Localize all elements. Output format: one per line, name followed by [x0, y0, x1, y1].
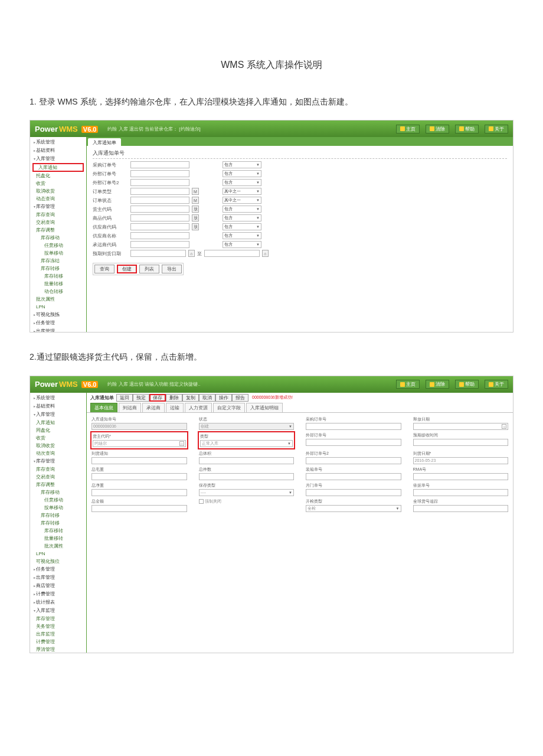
field-input[interactable] — [130, 179, 189, 186]
sidebar-item[interactable]: 库存调整 — [30, 481, 86, 488]
action-button[interactable]: 列表 — [139, 265, 159, 273]
sidebar-item[interactable]: 库存查询 — [30, 465, 86, 473]
match-select[interactable]: 其中之一▼ — [223, 197, 261, 204]
sidebar-item[interactable]: 系统管理 — [30, 138, 86, 146]
sidebar-item[interactable]: 系统管理 — [30, 394, 86, 402]
help-button[interactable]: 帮助 — [455, 380, 479, 389]
sidebar-item[interactable]: 入库监理 — [30, 607, 86, 615]
sidebar-item[interactable]: 入库管理 — [30, 410, 86, 419]
match-select[interactable]: 包含▼ — [223, 179, 261, 186]
match-select[interactable]: 包含▼ — [223, 206, 261, 213]
sidebar-item[interactable]: 关务管理 — [30, 623, 86, 630]
sidebar-item[interactable]: 收货 — [30, 180, 86, 187]
field-input[interactable] — [130, 214, 189, 221]
sidebar-item[interactable]: 库存冻结 — [30, 257, 86, 265]
sidebar-item[interactable]: 任意移动 — [30, 242, 86, 249]
text-input[interactable] — [306, 489, 401, 496]
text-input[interactable] — [91, 457, 187, 464]
text-input[interactable]: ⌂ — [413, 423, 509, 430]
calendar-icon[interactable]: ⌂ — [262, 250, 269, 257]
field-input[interactable] — [130, 232, 189, 239]
sidebar-item[interactable]: 出库管理 — [30, 573, 86, 582]
checkbox-field[interactable]: 强制关闭 — [199, 498, 295, 504]
sidebar-item[interactable]: 动态查询 — [30, 195, 86, 203]
home-button[interactable]: 主页 — [396, 380, 420, 389]
help-button[interactable]: 帮助 — [455, 125, 479, 133]
toolbar-button[interactable]: 取消 — [199, 394, 215, 402]
toolbar-button[interactable]: 操作 — [215, 394, 232, 402]
field-input[interactable] — [130, 161, 189, 168]
clear-button[interactable]: 清除 — [426, 125, 449, 133]
field-input[interactable] — [130, 241, 189, 248]
sidebar-item[interactable]: 批次属性 — [30, 295, 86, 303]
sidebar-item[interactable]: 库存管理 — [30, 615, 86, 623]
lookup-icon[interactable]: 放 — [192, 206, 199, 213]
sidebar-item[interactable]: 按单移动 — [30, 504, 86, 511]
inner-tab[interactable]: 基本信息 — [90, 403, 117, 412]
sidebar-item[interactable]: 可视化预拣 — [30, 311, 86, 319]
text-input[interactable] — [91, 473, 187, 480]
sidebar-item[interactable]: 商店管理 — [30, 582, 86, 590]
action-button[interactable]: 查询 — [94, 265, 115, 273]
inner-tab[interactable]: 自定义字段 — [213, 403, 245, 412]
home-button[interactable]: 主页 — [396, 125, 420, 133]
text-input[interactable] — [91, 489, 187, 496]
sidebar-item[interactable]: LPN — [30, 303, 86, 311]
inner-tab[interactable]: 入库通知明细 — [246, 403, 283, 412]
sidebar-item[interactable]: 库存查询 — [30, 211, 86, 219]
sidebar-item[interactable]: 计费管理 — [30, 638, 86, 646]
field-input[interactable] — [130, 223, 189, 230]
sidebar-item[interactable]: 基础资料 — [30, 402, 86, 410]
lookup-icon[interactable]: M — [192, 197, 199, 204]
text-input[interactable] — [91, 505, 187, 512]
action-button[interactable]: 导出 — [162, 265, 182, 273]
sidebar-item[interactable]: 库存转移 — [30, 519, 86, 527]
match-select[interactable]: 包含▼ — [223, 232, 261, 239]
sidebar-item[interactable]: 取消收货 — [30, 187, 86, 195]
close-button[interactable]: 关于 — [485, 125, 508, 133]
sidebar-item[interactable]: 出库监理 — [30, 630, 86, 638]
text-input[interactable] — [413, 439, 509, 446]
select-input[interactable]: 正常入库▼ — [200, 440, 293, 447]
sidebar-item[interactable]: 任意移动 — [30, 496, 86, 504]
match-select[interactable]: 包含▼ — [223, 223, 261, 230]
sidebar-item[interactable]: 库存移动 — [30, 234, 86, 242]
match-select[interactable]: 包含▼ — [223, 170, 261, 177]
sidebar-item[interactable]: 交易查询 — [30, 219, 86, 226]
sidebar-item[interactable]: 动仓转移 — [30, 288, 86, 295]
sidebar-item[interactable]: 按单移动 — [30, 249, 86, 257]
match-select[interactable]: 其中之一▼ — [223, 188, 261, 195]
text-input[interactable] — [413, 505, 509, 512]
sidebar-item[interactable]: 厚清管理 — [30, 646, 86, 653]
text-input[interactable] — [306, 473, 401, 480]
inner-tab[interactable]: 到运商 — [119, 403, 141, 412]
sidebar-item[interactable]: 任务管理 — [30, 319, 86, 327]
sidebar-item[interactable]: 批量转移 — [30, 280, 86, 288]
sidebar-item[interactable]: 批次属性 — [30, 542, 86, 550]
sidebar-item[interactable]: 交易查询 — [30, 473, 86, 481]
save-button[interactable]: 保存 — [149, 394, 166, 402]
text-input[interactable]: 0000008036 — [91, 423, 187, 430]
select-input[interactable]: ----▼ — [199, 489, 295, 496]
create-button[interactable]: 创建 — [117, 265, 137, 273]
text-input[interactable] — [306, 457, 401, 464]
inner-tab[interactable]: 人力资源 — [185, 403, 212, 412]
sidebar-item[interactable]: 库存移动 — [30, 488, 86, 496]
text-input[interactable] — [413, 489, 509, 496]
lookup-icon[interactable]: 放 — [192, 214, 199, 221]
about-button[interactable]: 关于 — [485, 380, 508, 389]
text-input[interactable] — [413, 473, 509, 480]
toolbar-button[interactable]: 复制 — [182, 394, 199, 402]
match-select[interactable]: 包含▼ — [223, 161, 261, 168]
sidebar-item[interactable]: 取消收货 — [30, 442, 86, 449]
sidebar-item[interactable]: 任务管理 — [30, 565, 86, 573]
inner-tab[interactable]: 运输 — [166, 403, 184, 412]
field-input[interactable] — [130, 188, 189, 195]
sidebar-item[interactable]: 基础资料 — [30, 146, 86, 155]
sidebar-item[interactable]: 入库管理 — [30, 155, 86, 163]
sidebar-item[interactable]: 库存管理 — [30, 457, 86, 465]
tab-inbound-notice[interactable]: 入库通知单 — [88, 138, 121, 146]
match-select[interactable]: 包含▼ — [223, 241, 261, 248]
field-input[interactable] — [130, 206, 189, 213]
sidebar-item[interactable]: 出库管理 — [30, 327, 86, 332]
